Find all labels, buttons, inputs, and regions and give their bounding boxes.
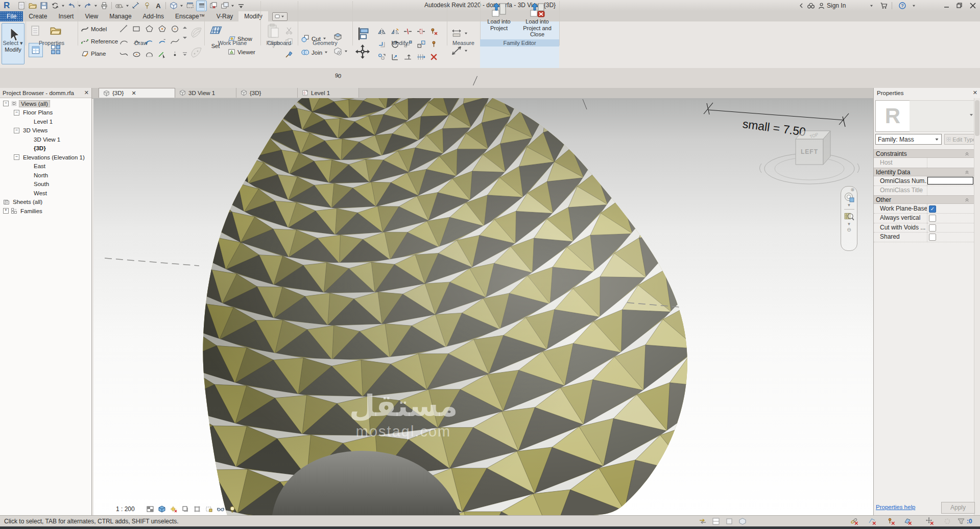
drawing-area[interactable]: small = 7.50مستقلmostaql.comLEFTTOP 1 : … xyxy=(93,98,873,515)
open-folder-icon[interactable] xyxy=(28,1,37,11)
expand-icon[interactable]: + xyxy=(3,208,9,214)
ribbon-tab-add-ins[interactable]: Add-Ins xyxy=(137,11,170,21)
collapse-icon[interactable]: − xyxy=(14,128,19,133)
trim-extend-single-icon[interactable] xyxy=(403,53,412,61)
sign-in-button[interactable]: Sign In xyxy=(827,1,846,11)
undo-icon[interactable] xyxy=(66,1,76,11)
sun-path-icon[interactable] xyxy=(170,505,178,513)
dimension-button[interactable] xyxy=(451,45,468,56)
show-crop-region-icon[interactable] xyxy=(205,505,213,513)
steering-wheel-icon[interactable] xyxy=(843,192,855,203)
mirror-draw-axis-icon[interactable] xyxy=(391,27,399,36)
switch-windows-icon[interactable] xyxy=(220,1,229,11)
dropdown-arrow-icon[interactable] xyxy=(94,5,98,7)
load-into-project-button[interactable]: Load into Project xyxy=(483,2,515,31)
collapse-section-icon[interactable] xyxy=(964,197,970,202)
tree-item-3d-views[interactable]: −3D Views xyxy=(0,126,105,135)
search-icon[interactable] xyxy=(806,1,816,11)
redo-icon[interactable] xyxy=(83,1,92,11)
delete-icon[interactable] xyxy=(429,53,438,61)
design-options-icon[interactable] xyxy=(712,517,720,525)
minimize-button[interactable] xyxy=(941,1,951,11)
deselect-faces-icon[interactable] xyxy=(904,517,912,525)
main-model-icon[interactable] xyxy=(738,517,747,525)
aligned-dimension-icon[interactable] xyxy=(131,1,140,11)
detail-level-icon[interactable] xyxy=(146,505,154,513)
collapse-icon[interactable]: − xyxy=(14,154,19,160)
view-tab-close-icon[interactable]: ✕ xyxy=(131,90,136,97)
print-icon[interactable] xyxy=(99,1,109,11)
properties-scrollbar-thumb[interactable] xyxy=(975,100,979,136)
draw-point-icon[interactable] xyxy=(171,50,179,59)
ribbon-tab-v-ray[interactable]: V-Ray xyxy=(211,11,239,21)
dropdown-arrow-icon[interactable] xyxy=(180,5,183,7)
deselect-underlay-icon[interactable] xyxy=(868,517,876,525)
tree-item-sheets-all-[interactable]: Sheets (all) xyxy=(0,198,94,207)
dropdown-arrow-icon[interactable] xyxy=(61,5,65,7)
draw-inscribed-polygon-icon[interactable] xyxy=(145,25,154,33)
help-icon[interactable]: ? xyxy=(898,1,907,11)
type-selector[interactable]: Family: Mass xyxy=(875,134,942,145)
properties-help-link[interactable]: Properties help xyxy=(876,504,915,510)
property-checkbox[interactable]: ✓ xyxy=(929,205,936,213)
temporary-hide-isolate-icon[interactable] xyxy=(217,505,225,513)
property-checkbox[interactable] xyxy=(929,234,936,241)
project-browser-title[interactable]: Project Browser - domm.rfa xyxy=(0,88,91,98)
sync-icon[interactable] xyxy=(50,1,60,11)
restore-button[interactable] xyxy=(954,1,965,11)
tag-icon[interactable]: 1 xyxy=(142,1,152,11)
worksharing-display-icon[interactable] xyxy=(943,517,951,525)
property-checkbox[interactable] xyxy=(929,224,936,232)
draw-expand-icon[interactable] xyxy=(182,51,187,56)
app-store-cart-icon[interactable] xyxy=(878,1,889,11)
property-checkbox[interactable] xyxy=(929,215,936,222)
dropdown-arrow-icon[interactable] xyxy=(231,5,234,7)
properties-palette-icon[interactable] xyxy=(30,25,41,36)
signin-dropdown-icon[interactable] xyxy=(869,1,874,11)
remove-paint-icon[interactable] xyxy=(333,47,342,56)
match-type-icon[interactable] xyxy=(285,50,293,58)
tree-item-views-all-[interactable]: −Views (all) xyxy=(0,99,94,108)
zoom-dropdown-icon[interactable]: ▼ xyxy=(847,222,851,226)
view-tab-3d-view-1[interactable]: 3D View 1 xyxy=(175,88,236,98)
apply-button[interactable]: Apply xyxy=(941,502,975,514)
default-3d-view-icon[interactable] xyxy=(169,1,178,11)
properties-scrollbar[interactable] xyxy=(974,98,980,515)
properties-close-icon[interactable]: ✕ xyxy=(973,89,977,96)
section-icon[interactable] xyxy=(185,1,195,11)
scale-button[interactable]: 1 : 200 xyxy=(116,505,135,513)
unpin-icon[interactable] xyxy=(429,27,438,36)
tree-item-families[interactable]: +Families xyxy=(0,206,94,216)
load-into-project-and-close-button[interactable]: Load into Project and Close xyxy=(517,2,558,38)
navbar-close-icon[interactable]: ⊗ xyxy=(850,188,854,192)
measure-tape-icon[interactable] xyxy=(114,1,124,11)
draw-line-icon[interactable] xyxy=(119,25,128,33)
deselect-links-icon[interactable] xyxy=(850,517,858,525)
revit-logo[interactable]: R xyxy=(4,1,10,11)
collapse-icon[interactable]: − xyxy=(14,110,19,116)
drag-on-selection-icon[interactable] xyxy=(926,517,934,525)
selection-filter-count[interactable]: :0 xyxy=(967,516,972,527)
view-tab--3d--2[interactable]: {3D} xyxy=(236,88,298,98)
thin-lines-icon[interactable] xyxy=(196,1,207,11)
draw-ellipse-icon[interactable] xyxy=(132,50,141,59)
project-browser-close-icon[interactable]: ✕ xyxy=(84,89,89,96)
ribbon-display-toggle[interactable] xyxy=(272,12,288,21)
draw-partial-ellipse-icon[interactable] xyxy=(145,50,154,59)
collapse-icon[interactable]: − xyxy=(3,101,9,106)
tree-item-floor-plans[interactable]: −Floor Plans xyxy=(0,108,105,118)
trim-extend-multiple-icon[interactable] xyxy=(417,53,425,61)
reveal-hidden-elements-icon[interactable] xyxy=(228,505,236,513)
panel-label-select[interactable]: Select ▾ xyxy=(0,39,26,47)
trim-extend-corner-icon[interactable] xyxy=(391,53,399,61)
mirror-pick-axis-icon[interactable] xyxy=(377,27,386,36)
selection-filter-icon[interactable] xyxy=(957,517,965,525)
ribbon-tab-insert[interactable]: Insert xyxy=(53,11,79,21)
ribbon-tab-view[interactable]: View xyxy=(79,11,104,21)
collapse-section-icon[interactable] xyxy=(964,151,970,156)
type-preview[interactable]: R xyxy=(875,100,910,132)
view-tab-level-1[interactable]: Level 1 xyxy=(298,88,359,98)
copy-icon[interactable] xyxy=(377,53,386,61)
text-icon[interactable]: A xyxy=(153,1,163,11)
split-with-gap-icon[interactable] xyxy=(417,27,425,36)
